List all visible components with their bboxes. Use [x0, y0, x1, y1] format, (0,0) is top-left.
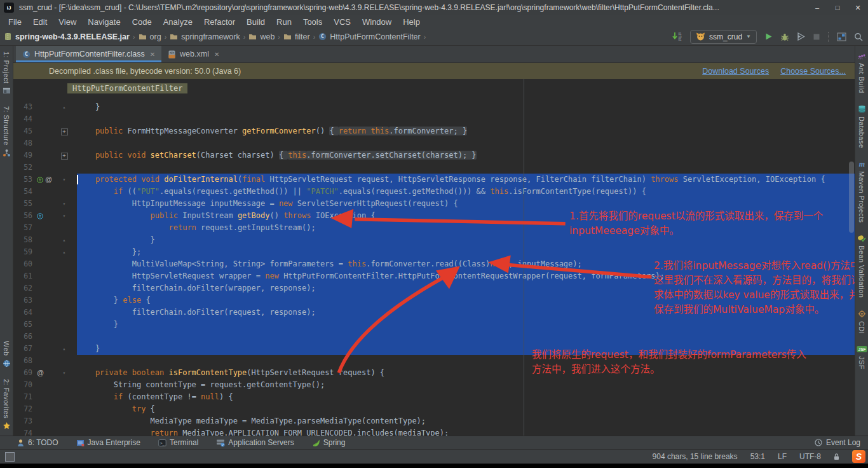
fold-marker[interactable]	[60, 162, 69, 174]
fold-marker[interactable]	[60, 427, 69, 436]
tool-button-web[interactable]: Web	[3, 335, 11, 373]
editor-breadcrumb-tag[interactable]: HttpPutFormContentFilter	[67, 83, 187, 93]
code-text[interactable]: public void setCharset(Charset charset) …	[77, 149, 855, 162]
code-text[interactable]: return MediaType.APPLICATION_FORM_URLENC…	[77, 427, 855, 436]
breadcrumb-item[interactable]: filter	[283, 32, 310, 41]
line-ending[interactable]: LF	[778, 452, 787, 461]
ovg-icon[interactable]	[37, 177, 43, 183]
tool-window-button-java-enterprise[interactable]: Java Enterprise	[76, 438, 140, 447]
stop-icon[interactable]	[813, 33, 820, 41]
menu-vcs[interactable]: VCS	[328, 17, 356, 27]
code-text[interactable]: String contentType = request.getContentT…	[77, 379, 855, 391]
code-line-59[interactable]: 59▴ };	[13, 246, 855, 258]
minimize-button[interactable]: –	[807, 0, 827, 15]
menu-window[interactable]: Window	[356, 17, 397, 27]
code-line-73[interactable]: 73 MediaType mediaType = MediaType.parse…	[13, 415, 855, 427]
code-line-45[interactable]: 45+ public FormHttpMessageConverter getF…	[13, 125, 855, 137]
code-text[interactable]: if (("PUT".equals(request.getMethod()) |…	[77, 186, 855, 198]
tool-button-jsf[interactable]: JSFJSF	[857, 340, 867, 375]
editor-tab[interactable]: CHttpPutFormContentFilter.class✕	[16, 46, 161, 62]
menu-navigate[interactable]: Navigate	[82, 17, 126, 27]
code-line-49[interactable]: 49+ public void setCharset(Charset chars…	[13, 149, 855, 162]
fold-marker[interactable]	[60, 319, 69, 331]
code-line-74[interactable]: 74 return MediaType.APPLICATION_FORM_URL…	[13, 427, 855, 436]
fold-marker[interactable]: +	[60, 149, 69, 162]
banner-link[interactable]: Choose Sources...	[780, 67, 846, 76]
search-icon[interactable]	[854, 32, 863, 41]
maximize-button[interactable]: □	[827, 0, 848, 15]
code-line-44[interactable]: 44	[13, 113, 855, 125]
code-text[interactable]: MediaType mediaType = MediaType.parseMed…	[77, 415, 855, 427]
run-icon[interactable]	[764, 32, 773, 41]
caret-position[interactable]: 53:1	[750, 452, 765, 461]
ime-indicator[interactable]: S	[852, 450, 865, 463]
menu-code[interactable]: Code	[126, 17, 158, 27]
tool-window-button-event-log[interactable]: Event Log	[814, 438, 860, 447]
code-text[interactable]	[77, 137, 855, 149]
tool-button-bean-validation[interactable]: Bean Validation	[857, 228, 866, 303]
code-text[interactable]: };	[77, 246, 855, 258]
tool-button-7-structure[interactable]: 7: Structure	[3, 100, 11, 163]
menu-analyze[interactable]: Analyze	[158, 17, 198, 27]
toolwindow-toggle-icon[interactable]	[5, 452, 15, 462]
fold-marker[interactable]	[60, 294, 69, 306]
fold-marker[interactable]: ▾	[60, 174, 69, 186]
code-line-54[interactable]: 54 if (("PUT".equals(request.getMethod()…	[13, 186, 855, 198]
breadcrumb-item[interactable]: spring-web-4.3.9.RELEASE.jar	[4, 32, 130, 41]
lock-icon[interactable]	[834, 453, 839, 460]
fold-marker[interactable]	[60, 379, 69, 391]
coverage-icon[interactable]	[797, 32, 805, 41]
code-text[interactable]: public FormHttpMessageConverter getFormC…	[77, 125, 855, 137]
code-text[interactable]: try {	[77, 403, 855, 415]
tool-button-2-favorites[interactable]: 2: Favorites	[3, 373, 11, 436]
vcsdl-icon[interactable]: 011001	[672, 32, 682, 41]
fold-marker[interactable]	[60, 403, 69, 415]
tool-button-ant-build[interactable]: Ant Build	[858, 46, 866, 99]
menu-refactor[interactable]: Refactor	[198, 17, 241, 27]
code-line-48[interactable]: 48	[13, 137, 855, 149]
fold-marker[interactable]	[60, 306, 69, 319]
breadcrumb-item[interactable]: web	[248, 32, 275, 41]
code-text[interactable]	[77, 162, 855, 174]
fold-marker[interactable]: ▴	[60, 246, 69, 258]
breadcrumb-item[interactable]: org	[139, 32, 161, 41]
breadcrumb-item[interactable]: CHttpPutFormContentFilter	[318, 32, 420, 41]
tool-button-cdi[interactable]: CDI	[858, 304, 866, 340]
code-line-71[interactable]: 71 if (contentType != null) {	[13, 391, 855, 403]
run-config-selector[interactable]: ssm_crud▼	[690, 30, 757, 44]
editor-tab[interactable]: </>web.xml✕	[161, 46, 226, 62]
fold-marker[interactable]	[60, 331, 69, 343]
code-line-65[interactable]: 65 }	[13, 319, 855, 331]
code-line-53[interactable]: 53@▾ protected void doFilterInternal(fin…	[13, 174, 855, 186]
annotation-gutter-icon[interactable]: @	[37, 367, 44, 379]
menu-file[interactable]: File	[3, 17, 27, 27]
tool-button-maven-projects[interactable]: mMaven Projects	[858, 154, 866, 228]
fold-marker[interactable]	[60, 137, 69, 149]
tool-button-database[interactable]: Database	[858, 99, 866, 154]
tool-window-button-application-servers[interactable]: Application Servers	[216, 438, 294, 447]
menu-edit[interactable]: Edit	[27, 17, 53, 27]
menu-build[interactable]: Build	[241, 17, 271, 27]
code-text[interactable]: HttpInputMessage inputMessage = new Serv…	[77, 198, 855, 210]
fold-marker[interactable]	[60, 113, 69, 125]
code-text[interactable]: protected void doFilterInternal(final Ht…	[77, 174, 855, 186]
ovb-icon[interactable]	[37, 213, 43, 219]
tab-close-icon[interactable]: ✕	[150, 51, 155, 58]
code-line-43[interactable]: 43▴ }	[13, 101, 855, 113]
code-line-70[interactable]: 70 String contentType = request.getConte…	[13, 379, 855, 391]
tool-window-button-terminal[interactable]: >_Terminal	[158, 438, 198, 447]
fold-marker[interactable]	[60, 415, 69, 427]
fold-marker[interactable]: ▾	[60, 198, 69, 210]
tool-window-button-spring[interactable]: Spring	[312, 438, 346, 447]
encoding[interactable]: UTF-8	[799, 452, 821, 461]
editor-scrollbar-thumb[interactable]	[849, 162, 854, 233]
fold-marker[interactable]	[60, 186, 69, 198]
menu-help[interactable]: Help	[397, 17, 426, 27]
winlayout-icon[interactable]	[837, 32, 846, 41]
code-line-52[interactable]: 52	[13, 162, 855, 174]
fold-marker[interactable]	[60, 270, 69, 282]
menu-view[interactable]: View	[53, 17, 82, 27]
fold-marker[interactable]: ▴	[60, 101, 69, 113]
fold-marker[interactable]: +	[60, 125, 69, 137]
fold-marker[interactable]	[60, 391, 69, 403]
